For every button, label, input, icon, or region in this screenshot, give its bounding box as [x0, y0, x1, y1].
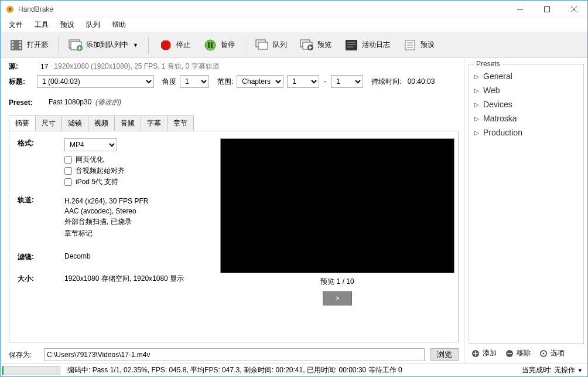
- title-select[interactable]: 1 (00:40:03): [37, 75, 154, 88]
- preview-counter: 预览 1 / 10: [320, 277, 354, 287]
- open-source-label: 打开源: [27, 40, 48, 50]
- svg-rect-28: [346, 40, 357, 50]
- menu-presets[interactable]: 预设: [54, 18, 80, 32]
- menu-file[interactable]: 文件: [3, 18, 29, 32]
- preset-label: Preset:: [9, 99, 37, 107]
- svg-rect-10: [19, 41, 21, 43]
- ipod-label: iPod 5代 支持: [76, 177, 118, 187]
- menu-queue[interactable]: 队列: [80, 18, 106, 32]
- maximize-button[interactable]: [534, 1, 560, 18]
- menu-help[interactable]: 帮助: [106, 18, 132, 32]
- preset-actions: 添加 移除 选项: [469, 347, 584, 359]
- format-label: 格式:: [18, 138, 64, 148]
- preset-group-web[interactable]: ▷Web: [473, 83, 580, 97]
- preview-column: 预览 1 / 10 >: [220, 138, 454, 335]
- pause-icon: [203, 38, 217, 52]
- svg-rect-7: [12, 41, 13, 43]
- activity-log-button[interactable]: 活动日志: [339, 35, 395, 55]
- tab-video[interactable]: 视频: [88, 116, 115, 131]
- presets-icon: [403, 38, 417, 52]
- svg-marker-18: [161, 40, 170, 50]
- chevron-down-icon: ▼: [577, 368, 583, 373]
- preset-options-button[interactable]: 选项: [536, 347, 567, 359]
- toolbar: 打开源 添加到队列中 ▼ 停止 暂停 队列 预览 活动日志: [1, 32, 587, 58]
- queue-icon: [255, 38, 269, 52]
- track-line: 章节标记: [64, 229, 148, 239]
- web-optimized-checkbox[interactable]: [64, 156, 72, 164]
- range-to-select[interactable]: 1: [331, 75, 363, 88]
- preset-group-matroska[interactable]: ▷Matroska: [473, 111, 580, 125]
- range-from-select[interactable]: 1: [287, 75, 319, 88]
- tab-summary[interactable]: 摘要: [9, 116, 36, 131]
- when-done-dropdown[interactable]: 当完成时: 无操作 ▼: [517, 365, 587, 375]
- save-as-label: 保存为:: [9, 350, 38, 360]
- size-label: 大小:: [18, 274, 64, 284]
- app-icon: [5, 5, 15, 14]
- presets-panel: Presets ▷General ▷Web ▷Devices ▷Matroska…: [464, 58, 587, 364]
- preset-group-general[interactable]: ▷General: [473, 69, 580, 83]
- format-select[interactable]: MP4: [64, 138, 117, 151]
- ipod-checkbox[interactable]: [64, 178, 72, 186]
- angle-select[interactable]: 1: [180, 75, 209, 88]
- activity-log-label: 活动日志: [362, 40, 390, 50]
- summary-left: 格式: MP4 网页优化 音视频起始对齐 iPod 5代 支持 轨道: H.26…: [18, 138, 211, 335]
- add-preset-button[interactable]: 添加: [469, 347, 499, 359]
- svg-point-19: [205, 40, 216, 50]
- browse-button[interactable]: 浏览: [430, 348, 459, 361]
- window-title: HandBrake: [18, 5, 507, 13]
- range-dash: -: [324, 77, 326, 86]
- film-icon: [9, 38, 23, 52]
- toolbar-separator: [245, 37, 245, 53]
- tab-chapters[interactable]: 章节: [167, 116, 194, 131]
- source-info: 1920x1080 (1920x1080), 25 FPS, 1 音轨, 0 字…: [54, 62, 219, 72]
- duration-value: 00:40:03: [408, 77, 435, 86]
- tracks-label: 轨道:: [18, 195, 64, 205]
- svg-point-42: [543, 352, 545, 354]
- minimize-button[interactable]: [507, 1, 534, 18]
- tab-filters[interactable]: 滤镜: [61, 116, 88, 131]
- menubar: 文件 工具 预设 队列 帮助: [1, 18, 587, 32]
- preview-button[interactable]: 预览: [295, 35, 337, 55]
- queue-button[interactable]: 队列: [250, 35, 292, 55]
- open-source-button[interactable]: 打开源: [4, 35, 53, 55]
- tab-audio[interactable]: 音频: [114, 116, 141, 131]
- menu-tools[interactable]: 工具: [29, 18, 54, 32]
- progress-bar: [2, 366, 60, 375]
- chevron-down-icon: ▼: [133, 42, 138, 48]
- app-window: HandBrake 文件 工具 预设 队列 帮助 打开源 添加到队列中 ▼ 停止: [0, 0, 588, 377]
- preview-label: 预览: [317, 40, 331, 50]
- queue-label: 队列: [273, 40, 287, 50]
- svg-rect-21: [211, 42, 213, 48]
- preset-group-production[interactable]: ▷Production: [473, 125, 580, 140]
- track-line: AAC (avcodec), Stereo: [64, 207, 148, 215]
- track-line: H.264 (x264), 30 FPS PFR: [64, 197, 148, 205]
- svg-rect-9: [12, 47, 13, 49]
- chevron-right-icon: ▷: [474, 87, 480, 94]
- web-optimized-label: 网页优化: [76, 155, 104, 165]
- title-row: 标题: 1 (00:40:03) 角度 1 范围: Chapters 1 - 1…: [9, 75, 459, 88]
- preset-group-devices[interactable]: ▷Devices: [473, 97, 580, 111]
- pause-button[interactable]: 暂停: [198, 35, 240, 55]
- range-type-select[interactable]: Chapters: [237, 75, 283, 88]
- save-path-input[interactable]: [44, 348, 425, 361]
- angle-label: 角度: [162, 77, 176, 87]
- statusbar: 编码中: Pass 1/1, 02.35%, FPS: 045.8, 平均FPS…: [1, 364, 587, 376]
- preset-row: Preset: Fast 1080p30 (修改的): [9, 97, 459, 107]
- tab-subtitles[interactable]: 字幕: [141, 116, 167, 131]
- content-area: 源: 17 1920x1080 (1920x1080), 25 FPS, 1 音…: [1, 58, 587, 364]
- tab-dimensions[interactable]: 尺寸: [35, 116, 62, 131]
- remove-preset-button[interactable]: 移除: [502, 347, 533, 359]
- duration-label: 持续时间:: [371, 77, 401, 87]
- add-to-queue-button[interactable]: 添加到队列中 ▼: [63, 35, 143, 55]
- presets-toolbar-button[interactable]: 预设: [398, 35, 440, 55]
- presets-fieldset: Presets ▷General ▷Web ▷Devices ▷Matroska…: [469, 64, 584, 344]
- filters-label: 滤镜:: [18, 252, 64, 262]
- av-start-checkbox[interactable]: [64, 167, 72, 175]
- preview-next-button[interactable]: >: [323, 291, 352, 305]
- save-row: 保存为: 浏览: [9, 348, 459, 361]
- stop-button[interactable]: 停止: [153, 35, 196, 55]
- svg-rect-20: [208, 42, 210, 48]
- chevron-right-icon: ▷: [474, 101, 480, 108]
- close-button[interactable]: [560, 1, 587, 18]
- when-done-value: 无操作: [554, 365, 575, 375]
